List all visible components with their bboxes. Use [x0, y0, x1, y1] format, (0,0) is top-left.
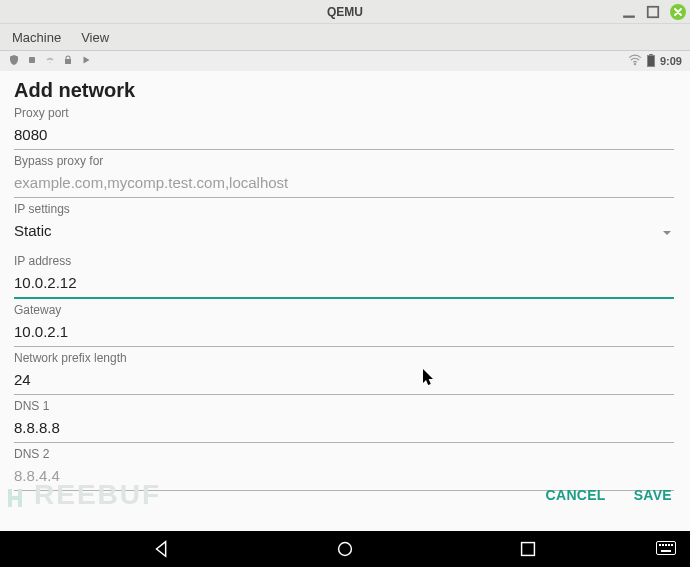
settings-content: Add network Proxy port Bypass proxy for … — [0, 71, 690, 531]
maximize-button[interactable] — [646, 5, 660, 19]
android-statusbar: 9:09 — [0, 51, 690, 71]
svg-rect-6 — [8, 489, 12, 507]
label-gateway: Gateway — [14, 303, 674, 317]
nav-recents-button[interactable] — [517, 538, 539, 560]
dialog-actions: CANCEL SAVE — [546, 487, 672, 503]
wifi-small-icon — [44, 54, 56, 68]
svg-rect-16 — [671, 544, 673, 546]
lock-icon — [62, 54, 74, 68]
svg-rect-15 — [668, 544, 670, 546]
android-navbar — [0, 531, 690, 567]
field-dns2: DNS 2 — [14, 447, 674, 491]
field-ip-address: IP address — [14, 254, 674, 299]
shield-icon — [8, 54, 20, 68]
status-right: 9:09 — [628, 54, 682, 69]
svg-rect-13 — [662, 544, 664, 546]
label-dns2: DNS 2 — [14, 447, 674, 461]
close-button[interactable] — [670, 4, 686, 20]
field-gateway: Gateway — [14, 303, 674, 347]
battery-icon — [647, 54, 655, 69]
field-dns1: DNS 1 — [14, 399, 674, 443]
window-titlebar: QEMU — [0, 0, 690, 24]
svg-rect-5 — [647, 55, 654, 66]
ime-keyboard-icon[interactable] — [656, 541, 676, 559]
select-ip-settings[interactable]: Static — [14, 218, 674, 250]
input-dns1[interactable] — [14, 415, 674, 443]
svg-rect-0 — [623, 16, 635, 18]
field-proxy-port: Proxy port — [14, 106, 674, 150]
android-surface: 9:09 Add network Proxy port Bypass proxy… — [0, 50, 690, 567]
page-title: Add network — [14, 79, 674, 102]
cancel-button[interactable]: CANCEL — [546, 487, 606, 503]
window-title: QEMU — [327, 5, 363, 19]
play-icon — [80, 54, 92, 68]
window-controls — [622, 0, 686, 24]
label-ip-settings: IP settings — [14, 202, 674, 216]
svg-rect-7 — [8, 496, 22, 500]
svg-rect-2 — [29, 57, 35, 63]
input-proxy-port[interactable] — [14, 122, 674, 150]
svg-rect-14 — [665, 544, 667, 546]
nav-back-button[interactable] — [151, 538, 173, 560]
svg-rect-17 — [661, 550, 671, 552]
menubar: Machine View — [0, 24, 690, 50]
svg-rect-1 — [648, 7, 659, 18]
status-time: 9:09 — [660, 55, 682, 67]
field-ip-settings: IP settings Static — [14, 202, 674, 250]
field-prefix-length: Network prefix length — [14, 351, 674, 395]
debug-icon — [26, 54, 38, 68]
menu-view[interactable]: View — [73, 27, 117, 48]
wifi-icon — [628, 54, 642, 68]
save-button[interactable]: SAVE — [634, 487, 672, 503]
svg-rect-10 — [522, 543, 535, 556]
label-ip-address: IP address — [14, 254, 674, 268]
select-ip-settings-value: Static — [14, 222, 52, 239]
label-proxy-port: Proxy port — [14, 106, 674, 120]
input-gateway[interactable] — [14, 319, 674, 347]
svg-rect-11 — [657, 542, 676, 555]
nav-home-button[interactable] — [334, 538, 356, 560]
svg-point-9 — [339, 543, 352, 556]
status-left — [8, 54, 92, 68]
label-dns1: DNS 1 — [14, 399, 674, 413]
label-prefix-length: Network prefix length — [14, 351, 674, 365]
input-prefix-length[interactable] — [14, 367, 674, 395]
qemu-window: QEMU Machine View — [0, 0, 690, 567]
minimize-button[interactable] — [622, 5, 636, 19]
label-bypass-proxy: Bypass proxy for — [14, 154, 674, 168]
svg-point-3 — [634, 63, 636, 65]
svg-rect-8 — [18, 489, 22, 507]
chevron-down-icon — [662, 224, 672, 242]
android-navbar-wrap — [0, 531, 690, 567]
input-ip-address[interactable] — [14, 270, 674, 299]
input-bypass-proxy[interactable] — [14, 170, 674, 198]
field-bypass-proxy: Bypass proxy for — [14, 154, 674, 198]
svg-rect-12 — [659, 544, 661, 546]
menu-machine[interactable]: Machine — [4, 27, 69, 48]
